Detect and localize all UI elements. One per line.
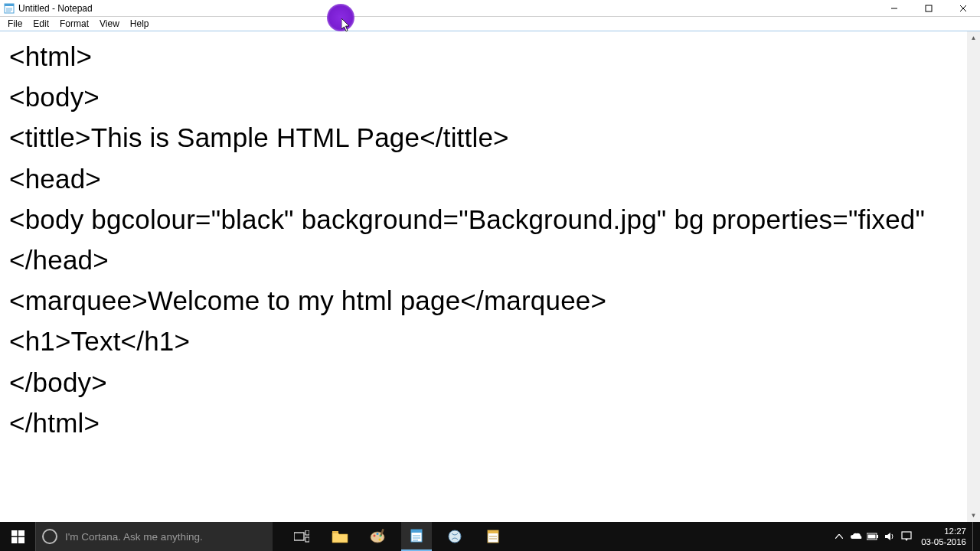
scroll-down-icon[interactable]: ▼ <box>967 509 980 522</box>
app-icon-misc[interactable] <box>439 522 470 551</box>
menu-format[interactable]: Format <box>54 17 94 31</box>
svg-rect-24 <box>411 530 422 533</box>
minimize-button[interactable] <box>877 0 911 17</box>
notepad-icon <box>3 2 15 15</box>
menu-view[interactable]: View <box>94 17 125 31</box>
clock-date: 03-05-2016 <box>921 536 966 547</box>
text-editor[interactable]: <html> <body> <tittle>This is Sample HTM… <box>0 31 967 522</box>
taskbar-clock[interactable]: 12:27 03-05-2016 <box>915 526 972 548</box>
window-title: Untitled - Notepad <box>18 3 93 14</box>
clock-time: 12:27 <box>921 526 966 536</box>
svg-rect-30 <box>488 530 498 533</box>
maximize-button[interactable] <box>911 0 946 17</box>
tray-volume-icon[interactable] <box>881 522 898 551</box>
menu-edit[interactable]: Edit <box>28 17 54 31</box>
notepad-plus-icon[interactable] <box>478 522 508 551</box>
notepad-taskbar-icon[interactable] <box>401 522 432 551</box>
close-button[interactable] <box>946 0 980 17</box>
svg-rect-11 <box>11 537 18 543</box>
svg-point-28 <box>449 530 461 543</box>
svg-rect-12 <box>18 537 24 543</box>
menu-file[interactable]: File <box>2 17 28 31</box>
titlebar: Untitled - Notepad <box>0 0 980 17</box>
editor-area: <html> <body> <tittle>This is Sample HTM… <box>0 31 980 522</box>
file-explorer-icon[interactable] <box>325 522 355 551</box>
svg-rect-16 <box>332 531 338 533</box>
svg-rect-9 <box>11 530 18 536</box>
cortana-icon <box>42 529 57 544</box>
svg-point-19 <box>377 533 379 535</box>
svg-point-18 <box>374 535 376 537</box>
tray-action-center-icon[interactable] <box>898 522 915 551</box>
paint-icon[interactable] <box>363 522 394 551</box>
svg-rect-35 <box>868 535 876 539</box>
svg-rect-15 <box>305 537 309 542</box>
cortana-search[interactable]: I'm Cortana. Ask me anything. <box>35 522 273 551</box>
menu-help[interactable]: Help <box>125 17 155 31</box>
system-tray: 12:27 03-05-2016 <box>831 522 980 551</box>
show-desktop-button[interactable] <box>972 522 977 551</box>
svg-rect-10 <box>18 530 24 536</box>
tray-battery-icon[interactable] <box>864 522 881 551</box>
svg-rect-1 <box>5 4 14 6</box>
tray-chevron-icon[interactable] <box>831 522 848 551</box>
taskbar-apps <box>286 522 508 551</box>
scroll-up-icon[interactable]: ▲ <box>967 31 980 44</box>
cortana-placeholder: I'm Cortana. Ask me anything. <box>65 531 203 543</box>
svg-rect-13 <box>294 533 304 540</box>
taskbar: I'm Cortana. Ask me anything. <box>0 522 980 551</box>
vertical-scrollbar[interactable]: ▲ ▼ <box>967 31 980 522</box>
svg-rect-36 <box>902 532 911 539</box>
svg-rect-14 <box>305 530 309 535</box>
window-controls <box>877 0 980 17</box>
start-button[interactable] <box>0 522 35 551</box>
svg-rect-6 <box>926 5 932 11</box>
svg-point-21 <box>379 539 381 541</box>
tray-onedrive-icon[interactable] <box>848 522 864 551</box>
task-view-button[interactable] <box>286 522 317 551</box>
menubar: File Edit Format View Help <box>0 17 980 31</box>
svg-rect-34 <box>877 535 878 538</box>
